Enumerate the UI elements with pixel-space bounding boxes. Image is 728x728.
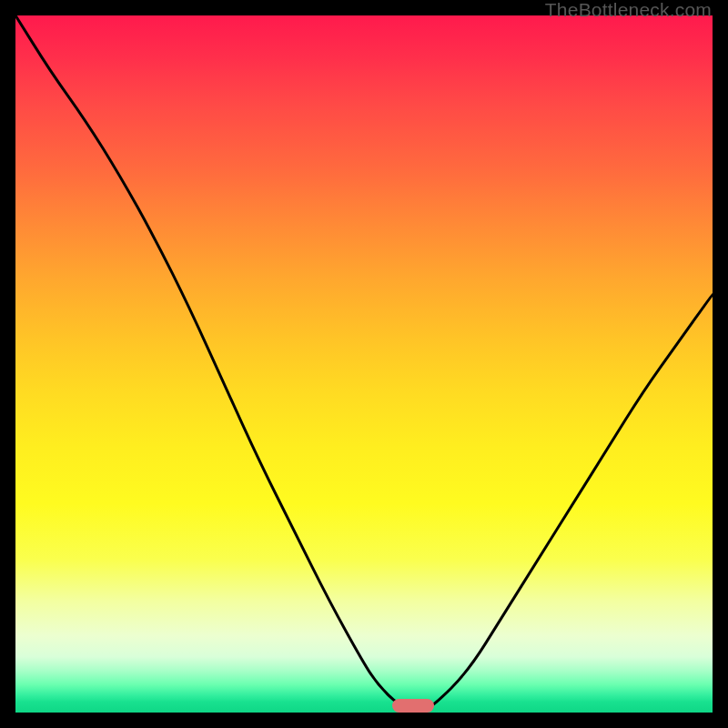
attribution-text: TheBottleneck.com xyxy=(545,0,712,20)
bottleneck-curve xyxy=(15,15,713,713)
optimum-marker xyxy=(392,699,434,713)
plot-area xyxy=(15,15,713,713)
chart-frame: TheBottleneck.com xyxy=(0,0,728,728)
